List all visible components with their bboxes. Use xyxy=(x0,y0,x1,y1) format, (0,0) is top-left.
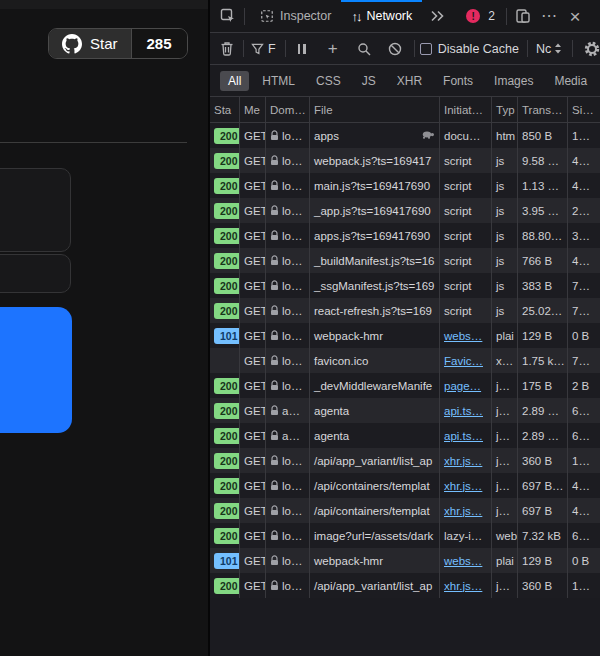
initiator-link[interactable]: page… xyxy=(444,380,481,392)
network-settings-gear-button[interactable] xyxy=(581,37,600,61)
file-text: webpack-hmr xyxy=(314,555,383,567)
lock-icon xyxy=(270,505,279,516)
column-header[interactable]: File xyxy=(310,97,440,122)
column-header[interactable]: Trans… xyxy=(518,97,568,122)
network-request-row[interactable]: 200GETlo…_devMiddlewareManifepage…j…175 … xyxy=(210,373,600,398)
initiator-text: script xyxy=(444,280,471,292)
filter-pill-fonts[interactable]: Fonts xyxy=(435,71,481,91)
cell-transferred: 766 B xyxy=(518,248,568,273)
pause-recording-button[interactable] xyxy=(291,37,313,61)
filter-pill-images[interactable]: Images xyxy=(486,71,541,91)
close-devtools-button[interactable]: × xyxy=(564,4,586,28)
network-request-row[interactable]: GETlo…favicon.icoFavic…x…1.75 k…7… xyxy=(210,348,600,373)
initiator-text: script xyxy=(444,180,471,192)
cell-initiator: page… xyxy=(440,373,492,398)
cell-type: j… xyxy=(492,423,518,448)
new-request-button[interactable]: + xyxy=(322,37,344,61)
cell-method: GET xyxy=(240,448,266,473)
network-request-row[interactable]: 200GETlo…/api/app_variant/list_apxhr.js…… xyxy=(210,448,600,473)
initiator-link[interactable]: xhr.js… xyxy=(444,505,482,517)
filter-pill-css[interactable]: CSS xyxy=(308,71,349,91)
github-logo-icon xyxy=(62,34,82,54)
disable-cache-checkbox[interactable] xyxy=(420,43,432,55)
cell-domain: lo… xyxy=(266,323,310,348)
network-request-row[interactable]: 200GETlo…main.js?ts=169417690scriptjs1.1… xyxy=(210,173,600,198)
filter-pill-xhr[interactable]: XHR xyxy=(389,71,430,91)
status-badge: 200 xyxy=(214,228,240,244)
initiator-text: docu… xyxy=(444,130,480,142)
filter-pill-html[interactable]: HTML xyxy=(254,71,303,91)
node-picker-button[interactable] xyxy=(217,4,239,28)
cell-transferred: 697 B… xyxy=(518,473,568,498)
domain-text: a… xyxy=(282,405,300,417)
cell-file: image?url=/assets/dark xyxy=(310,523,440,548)
filter-pill-media[interactable]: Media xyxy=(546,71,595,91)
page-card-top[interactable] xyxy=(0,168,71,252)
filter-pill-js[interactable]: JS xyxy=(354,71,384,91)
responsive-design-mode-button[interactable] xyxy=(512,4,534,28)
network-request-row[interactable]: 200GETa…agentaapi.ts…j…2.89 …6… xyxy=(210,423,600,448)
initiator-link[interactable]: xhr.js… xyxy=(444,580,482,592)
network-request-row[interactable]: 200GETlo…/api/containers/templatxhr.js…j… xyxy=(210,498,600,523)
filter-urls-input[interactable]: F xyxy=(268,42,276,56)
tab-inspector[interactable]: Inspector xyxy=(250,0,341,33)
filter-pill-all[interactable]: All xyxy=(220,71,249,91)
filter-urls-icon[interactable] xyxy=(249,37,265,61)
initiator-link[interactable]: webs… xyxy=(444,330,482,342)
cell-transferred: 88.80… xyxy=(518,223,568,248)
network-request-row[interactable]: 200GETlo…webpack.js?ts=169417scriptjs9.5… xyxy=(210,148,600,173)
cell-method: GET xyxy=(240,523,266,548)
status-badge: 200 xyxy=(214,378,240,394)
network-request-row[interactable]: 200GETlo…_app.js?ts=169417690scriptjs3.9… xyxy=(210,198,600,223)
status-badge: 200 xyxy=(214,278,240,294)
network-request-row[interactable]: 200GETlo…_ssgManifest.js?ts=169scriptjs3… xyxy=(210,273,600,298)
blue-app-tile[interactable] xyxy=(0,307,72,433)
cell-status: 101 xyxy=(210,548,240,573)
initiator-link[interactable]: xhr.js… xyxy=(444,455,482,467)
network-request-row[interactable]: 101GETlo…webpack-hmrwebs…plai129 B0 B xyxy=(210,548,600,573)
initiator-link[interactable]: Favic… xyxy=(444,355,483,367)
search-button[interactable] xyxy=(353,37,375,61)
status-badge: 200 xyxy=(214,478,240,494)
file-text: react-refresh.js?ts=169 xyxy=(314,305,432,317)
error-badge[interactable]: ! xyxy=(462,4,484,28)
network-request-row[interactable]: 200GETlo…/api/containers/templatxhr.js…j… xyxy=(210,473,600,498)
request-blocking-button[interactable] xyxy=(384,37,406,61)
column-header[interactable]: Initiat… xyxy=(440,97,492,122)
network-request-row[interactable]: 200GETlo…image?url=/assets/darklazy-i…we… xyxy=(210,523,600,548)
network-request-row[interactable]: 200GETlo…appsdocu…htm850 B1… xyxy=(210,123,600,148)
initiator-link[interactable]: api.ts… xyxy=(444,430,483,442)
network-request-row[interactable]: 200GETlo…apps.js?ts=169417690scriptjs88.… xyxy=(210,223,600,248)
clear-requests-button[interactable] xyxy=(216,37,238,61)
column-header[interactable]: Me xyxy=(240,97,266,122)
initiator-link[interactable]: xhr.js… xyxy=(444,480,482,492)
meatball-menu-button[interactable]: ⋯ xyxy=(538,4,560,28)
network-request-row[interactable]: 101GETlo…webpack-hmrwebs…plai129 B0 B xyxy=(210,323,600,348)
file-text: _app.js?ts=169417690 xyxy=(314,205,431,217)
network-request-row[interactable]: 200GETlo…_buildManifest.js?ts=16scriptjs… xyxy=(210,248,600,273)
more-tabs-chevron-icon[interactable] xyxy=(426,4,448,28)
column-header[interactable]: Si… xyxy=(568,97,600,122)
lock-icon xyxy=(270,255,279,266)
disable-cache-label[interactable]: Disable Cache xyxy=(438,42,519,56)
cell-size: 4… xyxy=(568,473,600,498)
throttling-dropdown[interactable]: Nc xyxy=(533,42,565,56)
network-request-row[interactable]: 200GETlo…/api/app_variant/list_apxhr.js…… xyxy=(210,573,600,598)
page-card-bottom[interactable] xyxy=(0,254,71,293)
network-icon: ↑↓ xyxy=(351,9,360,24)
tab-network[interactable]: ↑↓ Network xyxy=(341,0,422,33)
column-header[interactable]: Dom… xyxy=(266,97,310,122)
initiator-link[interactable]: api.ts… xyxy=(444,405,483,417)
cell-method: GET xyxy=(240,423,266,448)
network-request-row[interactable]: 200GETlo…react-refresh.js?ts=169scriptjs… xyxy=(210,298,600,323)
column-header[interactable]: Typ xyxy=(492,97,518,122)
cell-method: GET xyxy=(240,373,266,398)
column-header[interactable]: Sta xyxy=(210,97,240,122)
cell-domain: lo… xyxy=(266,523,310,548)
initiator-link[interactable]: webs… xyxy=(444,555,482,567)
cell-method: GET xyxy=(240,473,266,498)
cell-transferred: 2.89 … xyxy=(518,423,568,448)
github-star-button[interactable]: Star 285 xyxy=(48,28,188,59)
cell-file: react-refresh.js?ts=169 xyxy=(310,298,440,323)
network-request-row[interactable]: 200GETa…agentaapi.ts…j…2.89 …6… xyxy=(210,398,600,423)
